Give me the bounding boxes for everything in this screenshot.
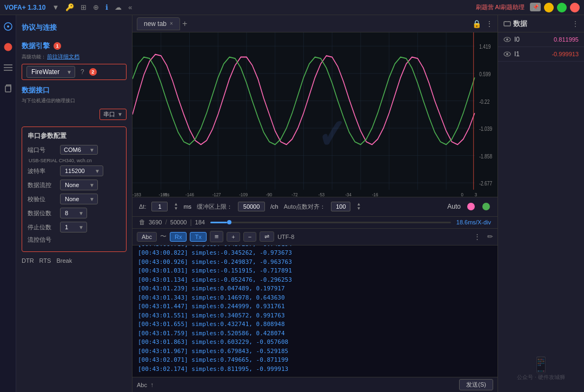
slider-num3: 184 [195, 219, 205, 225]
right-panel: 数据 ⋮ I0 0.811995 I1 -0.999913 📱 公众号 · [497, 15, 584, 392]
rts-button[interactable]: RTS [39, 257, 51, 264]
log-line: [00:43:01.863] simples:0.603229, -0.0576… [138, 338, 492, 347]
sidebar-icon-network[interactable] [2, 21, 14, 32]
abc-button[interactable]: Abc [137, 232, 157, 242]
delete-icon[interactable]: 🗑 [139, 218, 145, 226]
log-line: [00:43:00.926] simples:-0.249837, -0.963… [138, 258, 492, 267]
slider-track[interactable] [210, 222, 451, 223]
interface-type-arrow: ▼ [117, 111, 123, 117]
flowsignal-label: 流控信号 [28, 236, 60, 244]
flow-select[interactable]: None [60, 180, 98, 190]
engine-link[interactable]: 前往详细文档 [47, 53, 79, 61]
maximize-button[interactable] [557, 3, 567, 12]
svg-rect-48 [504, 22, 510, 26]
terminal-menu-icon[interactable]: ⋮ [474, 232, 481, 241]
svg-text:-1.039: -1.039 [479, 126, 492, 132]
send-button[interactable]: 发送(S) [459, 379, 493, 390]
terminal-content[interactable]: [00:43:00.510] simples:-0.607204, 0.1585… [132, 245, 497, 377]
right-menu-icon[interactable]: ⋮ [572, 20, 579, 28]
format-button[interactable]: ≡ [210, 231, 224, 242]
plus-button[interactable]: + [227, 232, 240, 242]
minus-button[interactable]: − [243, 232, 256, 242]
svg-text:-183: -183 [132, 192, 141, 197]
sidebar: 协议与连接 数据引擎 1 高级功能： 前往详细文档 FireWater ▼ ? [16, 15, 132, 392]
baud-select-wrapper[interactable]: 115200 ▼ [60, 165, 103, 176]
tx-button[interactable]: Tx [190, 232, 206, 242]
target-icon[interactable]: ⊕ [93, 3, 99, 11]
buffer-unit: /ch [270, 203, 278, 210]
port-select-wrapper[interactable]: COM6 ▼ [60, 145, 98, 155]
stopbits-select[interactable]: 1 [60, 222, 87, 232]
engine-select-wrapper[interactable]: FireWater ▼ [26, 66, 75, 78]
break-button[interactable]: Break [56, 257, 72, 264]
rx-button[interactable]: Rx [170, 232, 187, 242]
svg-point-46 [467, 203, 475, 210]
help-icon[interactable]: ? [81, 68, 84, 76]
tab-new[interactable]: new tab × [137, 17, 180, 30]
delta-t-stepper[interactable]: ▲ ▼ [174, 202, 178, 211]
log-line: [00:43:01.967] simples:0.679843, -0.5291… [138, 347, 492, 356]
auto-align-down[interactable]: ▼ [356, 207, 361, 211]
engine-select[interactable]: FireWater [26, 66, 75, 78]
parity-select[interactable]: None [60, 194, 98, 204]
lock-icon[interactable]: 🔒 [472, 19, 481, 28]
stopbits-select-wrapper[interactable]: 1 ▼ [60, 222, 87, 232]
crop-icon[interactable]: ⊞ [81, 3, 87, 11]
data-row-i0: I0 0.811995 [498, 32, 584, 47]
baud-select[interactable]: 115200 [60, 165, 103, 176]
log-line: [00:43:01.343] simples:0.146978, 0.64363… [138, 294, 492, 303]
delta-t-down[interactable]: ▼ [174, 207, 178, 211]
main-layout: 协议与连接 数据引擎 1 高级功能： 前往详细文档 FireWater ▼ ? [0, 15, 584, 392]
port-label: 端口号 [28, 146, 60, 154]
eye-icon-i1[interactable] [503, 50, 511, 58]
promo-text: 刷题营 AI刷题助理 [476, 3, 525, 11]
log-line: [00:43:01.447] simples:0.244999, 0.93176… [138, 302, 492, 311]
info-icon[interactable]: ℹ [105, 3, 108, 11]
svg-text:-53: -53 [318, 192, 325, 197]
flow-label: 数据流控 [28, 181, 60, 189]
sidebar-icon-copy[interactable] [2, 82, 14, 94]
svg-point-47 [482, 203, 490, 210]
data-icon [503, 20, 511, 28]
more-options-icon[interactable]: ⋮ [486, 19, 493, 28]
right-panel-header: 数据 ⋮ [498, 15, 584, 32]
watermark: 📱 公众号 · 硬件攻城狮 [517, 356, 565, 381]
close-button[interactable] [570, 3, 580, 12]
flow-select-wrapper[interactable]: None ▼ [60, 180, 98, 190]
data-value-i0: 0.811995 [554, 36, 579, 43]
pin-button[interactable]: 📌 [530, 3, 541, 11]
sidebar-icon-list[interactable] [2, 62, 14, 74]
add-tab-button[interactable]: + [182, 19, 187, 29]
minimize-button[interactable] [544, 3, 554, 12]
eye-icon-i0[interactable] [503, 36, 511, 43]
slider-bar-icon: | [190, 218, 191, 226]
interface-type-box[interactable]: 串口 ▼ [99, 109, 127, 120]
port-select[interactable]: COM6 [60, 145, 98, 155]
auto-align-input[interactable] [331, 202, 350, 211]
parity-select-wrapper[interactable]: None ▼ [60, 194, 98, 204]
svg-text:-0.22: -0.22 [479, 99, 489, 105]
tab-close-icon[interactable]: × [170, 21, 173, 26]
badge-2: 2 [89, 68, 97, 76]
key-icon[interactable]: 🔑 [65, 3, 74, 11]
terminal-pen-icon[interactable]: ✏ [487, 232, 493, 241]
databits-select-wrapper[interactable]: 8 ▼ [60, 208, 87, 218]
double-arrow-icon[interactable]: « [128, 3, 132, 11]
dtr-button[interactable]: DTR [22, 257, 34, 264]
buffer-input[interactable] [238, 202, 265, 211]
svg-point-52 [506, 53, 508, 55]
parity-label: 校验位 [28, 195, 60, 203]
delta-t-input[interactable] [151, 202, 168, 211]
right-panel-title: 数据 [503, 19, 527, 29]
svg-text:3: 3 [475, 192, 477, 197]
terminal-upload-icon[interactable]: ↑ [150, 381, 154, 389]
auto-align-stepper[interactable]: ▲ ▼ [356, 202, 361, 211]
databits-select[interactable]: 8 [60, 208, 87, 218]
svg-text:-1.858: -1.858 [479, 154, 492, 160]
fingerprint-icon[interactable]: ☁ [115, 3, 122, 11]
dropdown-icon[interactable]: ▼ [52, 3, 59, 11]
sidebar-icon-record[interactable] [2, 41, 14, 53]
svg-text:-109: -109 [239, 192, 248, 197]
slider-thumb[interactable] [227, 220, 231, 224]
engine-subtitle: 高级功能： [22, 54, 46, 61]
